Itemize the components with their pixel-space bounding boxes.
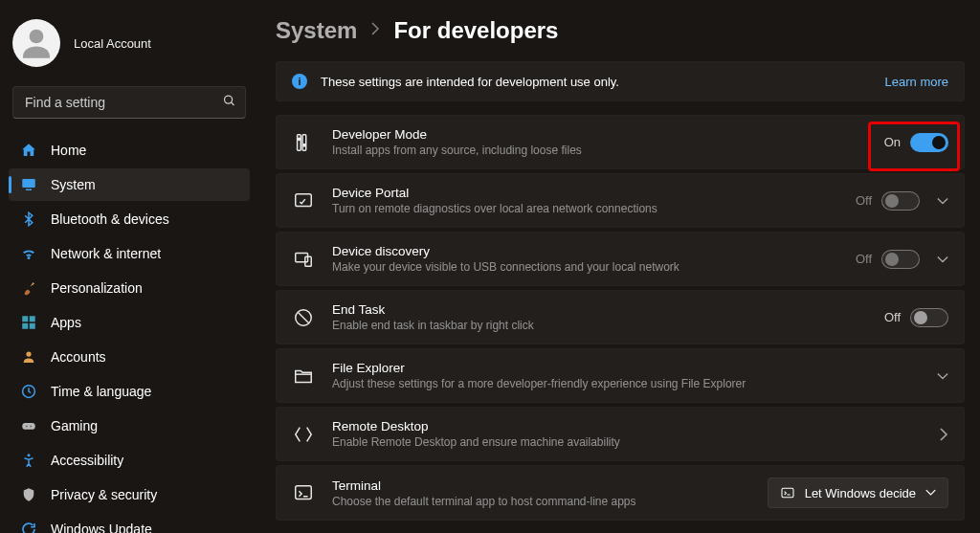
svg-point-13: [30, 425, 32, 427]
row-text: Device Portal Turn on remote diagnostics…: [332, 186, 838, 215]
file-explorer-icon: [292, 365, 315, 388]
svg-rect-4: [26, 189, 32, 191]
svg-rect-19: [296, 193, 312, 206]
row-title: Developer Mode: [332, 127, 867, 142]
sidebar-item-privacy[interactable]: Privacy & security: [9, 478, 250, 511]
chevron-down-icon: [925, 486, 936, 500]
info-text: These settings are intended for developm…: [321, 75, 872, 89]
sidebar-item-label: System: [51, 177, 96, 192]
account-label: Local Account: [74, 36, 151, 51]
svg-rect-6: [30, 316, 35, 322]
row-file-explorer[interactable]: File Explorer Adjust these settings for …: [276, 348, 965, 403]
svg-rect-20: [296, 253, 308, 261]
sidebar-item-personalization[interactable]: Personalization: [9, 272, 250, 304]
sidebar-item-label: Personalization: [51, 280, 143, 296]
sidebar-item-home[interactable]: Home: [9, 134, 250, 167]
sidebar-item-time-language[interactable]: Time & language: [9, 375, 250, 408]
row-title: Terminal: [332, 478, 750, 493]
sidebar-item-accessibility[interactable]: Accessibility: [9, 444, 250, 477]
row-controls: Off: [856, 191, 948, 211]
row-controls: [931, 428, 948, 441]
row-controls: [929, 370, 948, 382]
svg-point-12: [26, 425, 28, 427]
terminal-dropdown[interactable]: Let Windows decide: [768, 477, 948, 508]
sidebar-item-system[interactable]: System: [9, 168, 250, 201]
row-text: End Task Enable end task in taskbar by r…: [332, 302, 867, 332]
accessibility-icon: [20, 452, 37, 469]
shield-icon: [20, 486, 37, 503]
chevron-down-icon: [937, 254, 948, 265]
sidebar-item-gaming[interactable]: Gaming: [9, 410, 250, 442]
row-text: Remote Desktop Enable Remote Desktop and…: [332, 419, 914, 449]
chevron-right-icon: [939, 428, 948, 441]
update-icon: [20, 521, 37, 533]
sidebar-item-label: Time & language: [51, 384, 151, 399]
remote-desktop-icon: [292, 423, 315, 446]
developer-mode-icon: [292, 131, 315, 154]
end-task-icon: [292, 306, 315, 329]
search-input[interactable]: [12, 86, 246, 119]
row-device-discovery[interactable]: Device discovery Make your device visibl…: [276, 232, 965, 286]
sidebar-item-label: Windows Update: [51, 522, 152, 533]
sidebar-item-windows-update[interactable]: Windows Update: [9, 513, 250, 533]
account-row[interactable]: Local Account: [5, 10, 254, 77]
row-controls: Off: [856, 250, 948, 269]
bluetooth-icon: [20, 211, 37, 228]
learn-more-link[interactable]: Learn more: [885, 75, 948, 89]
svg-point-0: [30, 30, 44, 44]
row-subtitle: Make your device visible to USB connecti…: [332, 260, 838, 274]
row-subtitle: Choose the default terminal app to host …: [332, 495, 750, 508]
sidebar-item-apps[interactable]: Apps: [9, 306, 250, 339]
sidebar-item-label: Home: [51, 143, 86, 158]
row-device-portal[interactable]: Device Portal Turn on remote diagnostics…: [276, 173, 965, 228]
search-wrap: [12, 86, 246, 119]
svg-rect-15: [298, 134, 301, 150]
network-icon: [20, 245, 37, 262]
row-title: Device discovery: [332, 244, 838, 258]
row-remote-desktop[interactable]: Remote Desktop Enable Remote Desktop and…: [276, 407, 965, 461]
chevron-right-icon: [370, 22, 380, 39]
breadcrumb-root[interactable]: System: [276, 17, 357, 44]
row-controls: Off: [884, 308, 948, 327]
sidebar-item-network[interactable]: Network & internet: [9, 237, 250, 270]
toggle-label: On: [884, 135, 901, 149]
device-portal-toggle[interactable]: [881, 191, 920, 211]
row-terminal[interactable]: Terminal Choose the default terminal app…: [276, 465, 965, 521]
svg-point-17: [298, 138, 300, 140]
sidebar-item-bluetooth[interactable]: Bluetooth & devices: [9, 203, 250, 235]
apps-icon: [20, 314, 37, 331]
sidebar-item-label: Gaming: [51, 418, 98, 433]
brush-icon: [20, 279, 37, 297]
row-subtitle: Enable Remote Desktop and ensure machine…: [332, 435, 914, 449]
developer-mode-toggle[interactable]: [910, 133, 948, 152]
row-end-task[interactable]: End Task Enable end task in taskbar by r…: [276, 290, 965, 344]
toggle-label: Off: [856, 193, 872, 208]
row-developer-mode[interactable]: Developer Mode Install apps from any sou…: [276, 115, 965, 169]
svg-rect-16: [302, 134, 306, 150]
sidebar-item-label: Network & internet: [51, 246, 161, 261]
info-banner: i These settings are intended for develo…: [276, 61, 965, 101]
end-task-toggle[interactable]: [910, 308, 948, 327]
search-icon: [222, 94, 236, 112]
row-subtitle: Install apps from any source, including …: [332, 144, 867, 157]
sidebar: Local Account Home System Bluetooth & de…: [0, 0, 258, 533]
svg-point-14: [28, 454, 31, 456]
sidebar-item-label: Bluetooth & devices: [51, 211, 169, 227]
breadcrumb: System For developers: [276, 17, 965, 44]
svg-rect-5: [22, 316, 28, 322]
row-title: Device Portal: [332, 186, 838, 200]
svg-rect-3: [22, 179, 35, 188]
toggle-label: Off: [856, 252, 872, 266]
sidebar-item-accounts[interactable]: Accounts: [9, 341, 250, 373]
avatar: [12, 19, 60, 67]
home-icon: [20, 142, 37, 159]
toggle-label: Off: [884, 310, 901, 324]
svg-line-23: [299, 312, 309, 322]
device-discovery-toggle[interactable]: [881, 250, 920, 269]
gaming-icon: [20, 417, 37, 434]
row-text: File Explorer Adjust these settings for …: [332, 361, 912, 390]
row-title: Remote Desktop: [332, 419, 914, 433]
sidebar-item-label: Privacy & security: [51, 487, 157, 502]
device-portal-icon: [292, 189, 315, 212]
chevron-down-icon: [937, 370, 948, 382]
